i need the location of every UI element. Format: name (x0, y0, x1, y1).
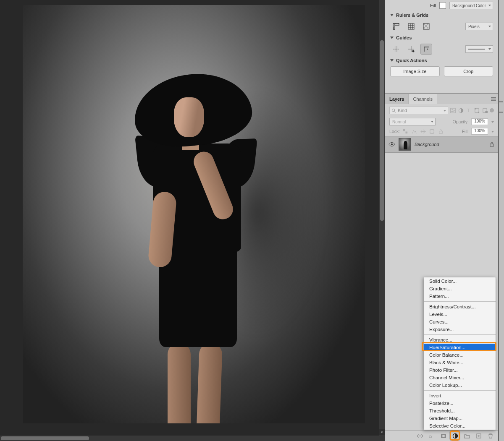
adj-menu-item[interactable]: Color Lookup... (424, 381, 496, 389)
visibility-icon[interactable] (388, 141, 395, 148)
grid-toggle-button[interactable] (405, 21, 417, 32)
guides-lock-button[interactable] (405, 44, 417, 55)
adj-menu-item[interactable]: Black & White... (424, 359, 496, 366)
adj-menu-item[interactable]: Threshold... (424, 407, 496, 415)
kind-label: Kind (398, 108, 407, 113)
adj-menu-item[interactable]: Curves... (424, 318, 496, 326)
layer-style-icon[interactable]: fx (428, 433, 435, 439)
blend-mode-dropdown[interactable]: Normal (389, 118, 436, 125)
scroll-corner: ▾ (379, 429, 385, 435)
adj-menu-item[interactable]: Selective Color... (424, 422, 496, 430)
adj-menu-item[interactable]: Color Balance... (424, 351, 496, 359)
smart-guides-button[interactable] (420, 44, 432, 55)
adj-menu-item[interactable]: Exposure... (424, 326, 496, 333)
properties-panel: Fill Background Color Rulers & Grids Pix… (385, 0, 498, 94)
layers-footer: fx (385, 430, 498, 441)
filter-shape-icon[interactable] (474, 107, 480, 114)
svg-rect-0 (408, 23, 414, 29)
fill-type-dropdown[interactable]: Background Color (449, 2, 493, 9)
chevron-down-icon (390, 14, 394, 16)
adj-menu-item[interactable]: Brightness/Contrast... (424, 303, 496, 311)
lock-position-icon[interactable] (420, 128, 426, 135)
fill-label: Fill (430, 3, 436, 8)
crop-button[interactable]: Crop (444, 66, 494, 76)
document-image[interactable] (23, 5, 365, 423)
filter-toggle[interactable] (490, 108, 494, 112)
filter-type-icon[interactable]: T (466, 107, 472, 114)
ruler-units-dropdown[interactable]: Pixels (465, 23, 493, 30)
link-layers-icon[interactable] (417, 433, 423, 439)
svg-rect-22 (430, 129, 434, 133)
fill-opacity-label: Fill: (462, 129, 469, 134)
menu-separator (424, 301, 496, 302)
fill-opacity-field[interactable]: 100% (471, 128, 488, 135)
layer-background[interactable]: Background (385, 136, 498, 153)
guide-style-dropdown[interactable] (465, 45, 493, 53)
adj-menu-item[interactable]: Hue/Saturation... (424, 344, 496, 351)
guides-title: Guides (396, 35, 412, 40)
svg-rect-17 (478, 112, 479, 113)
svg-rect-4 (425, 25, 427, 27)
svg-point-12 (452, 109, 453, 110)
vertical-scrollbar[interactable] (379, 0, 385, 436)
svg-point-28 (442, 435, 445, 437)
new-layer-icon[interactable] (475, 433, 482, 439)
svg-point-7 (412, 50, 415, 52)
opacity-field[interactable]: 100% (471, 118, 488, 125)
svg-point-9 (392, 109, 394, 111)
canvas-viewport[interactable] (0, 0, 385, 436)
filter-smartobject-icon[interactable] (482, 107, 488, 114)
delete-layer-icon[interactable] (487, 433, 494, 439)
quick-actions-title: Quick Actions (396, 58, 427, 63)
transparency-grid-button[interactable] (420, 21, 432, 32)
group-icon[interactable] (464, 433, 470, 439)
layer-thumbnail[interactable] (399, 138, 411, 151)
lock-label: Lock: (389, 129, 400, 134)
layers-tabs: Layers Channels (385, 94, 498, 104)
horizontal-scrollbar[interactable] (0, 436, 385, 441)
svg-rect-3 (427, 23, 428, 25)
adj-menu-item[interactable]: Vibrance... (424, 336, 496, 344)
svg-rect-21 (406, 131, 408, 133)
search-icon (391, 108, 396, 113)
image-size-button[interactable]: Image Size (390, 66, 440, 76)
svg-rect-6 (427, 27, 428, 29)
svg-rect-23 (439, 131, 442, 133)
lock-all-icon[interactable] (438, 128, 444, 135)
layer-filter-row: Kind T (385, 104, 498, 117)
adj-menu-item[interactable]: Channel Mixer... (424, 374, 496, 381)
layer-kind-dropdown[interactable]: Kind (389, 107, 448, 114)
lock-artboard-icon[interactable] (429, 128, 435, 135)
adj-menu-item[interactable]: Gradient... (424, 285, 496, 292)
adj-menu-item[interactable]: Levels... (424, 311, 496, 318)
guides-visibility-button[interactable] (390, 44, 402, 55)
adj-menu-item[interactable]: Invert (424, 392, 496, 399)
lock-icon[interactable] (489, 141, 495, 147)
layer-name[interactable]: Background (415, 142, 486, 147)
quick-actions-header[interactable]: Quick Actions (385, 56, 498, 65)
adj-menu-item[interactable]: Gradient Map... (424, 415, 496, 422)
adjustment-layer-icon[interactable] (452, 433, 459, 439)
rulers-toggle-button[interactable] (390, 21, 402, 32)
filter-adjustment-icon[interactable] (458, 107, 464, 114)
adj-menu-item[interactable]: Pattern... (424, 292, 496, 300)
adj-menu-item[interactable]: Posterize... (424, 399, 496, 407)
lock-image-icon[interactable] (411, 128, 417, 135)
lock-transparency-icon[interactable] (402, 128, 409, 135)
svg-point-24 (391, 144, 393, 145)
panel-menu-icon[interactable] (489, 94, 498, 104)
tab-channels[interactable]: Channels (409, 94, 437, 104)
tab-layers[interactable]: Layers (385, 94, 409, 104)
svg-rect-16 (475, 108, 476, 109)
rulers-grids-header[interactable]: Rulers & Grids (385, 11, 498, 19)
svg-rect-20 (403, 129, 405, 131)
panel-edge-strip[interactable] (498, 0, 504, 441)
guides-header[interactable]: Guides (385, 34, 498, 42)
svg-text:T: T (467, 108, 470, 113)
svg-rect-19 (485, 111, 488, 113)
fill-swatch[interactable] (439, 2, 446, 9)
filter-pixel-icon[interactable] (450, 107, 456, 114)
layer-mask-icon[interactable] (440, 433, 447, 439)
adj-menu-item[interactable]: Photo Filter... (424, 366, 496, 374)
adj-menu-item[interactable]: Solid Color... (424, 277, 496, 285)
